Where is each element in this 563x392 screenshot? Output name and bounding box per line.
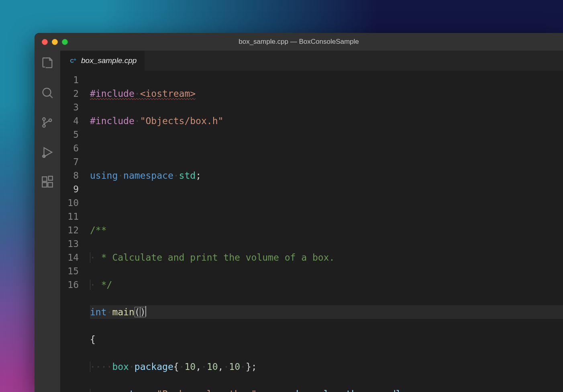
minimize-button[interactable] [52,39,58,45]
zoom-button[interactable] [62,39,68,45]
svg-rect-5 [42,177,47,181]
code-editor[interactable]: 12345678 9 10111213141516 #include·<iost… [60,71,563,392]
window-controls [42,39,68,45]
svg-rect-7 [48,182,52,187]
svg-rect-6 [42,182,47,187]
run-debug-icon[interactable] [41,145,54,161]
svg-point-0 [43,88,51,96]
close-button[interactable] [42,39,48,45]
explorer-icon[interactable] [41,56,54,71]
titlebar[interactable]: box_sample.cpp — BoxConsoleSample [35,33,563,51]
desktop-background: box_sample.cpp — BoxConsoleSample [0,0,563,392]
source-control-icon[interactable] [41,116,54,131]
code-content[interactable]: #include·<iostream> #include·"Objects/bo… [90,73,563,392]
svg-rect-8 [49,176,53,180]
search-icon[interactable] [41,86,54,101]
tab-box-sample[interactable]: box_sample.cpp [60,51,145,71]
activity-bar [35,51,60,392]
svg-point-2 [43,125,45,127]
vscode-window: box_sample.cpp — BoxConsoleSample [35,33,563,392]
cpp-file-icon [68,56,77,65]
editor-area: box_sample.cpp 12345678 9 10111213141516… [60,51,563,392]
svg-point-1 [43,118,45,120]
tab-label: box_sample.cpp [81,56,137,65]
window-title: box_sample.cpp — BoxConsoleSample [35,38,563,46]
svg-point-3 [49,119,52,122]
extensions-icon[interactable] [41,175,54,190]
line-number-gutter: 12345678 9 10111213141516 [60,73,90,392]
tab-bar: box_sample.cpp [60,51,563,71]
